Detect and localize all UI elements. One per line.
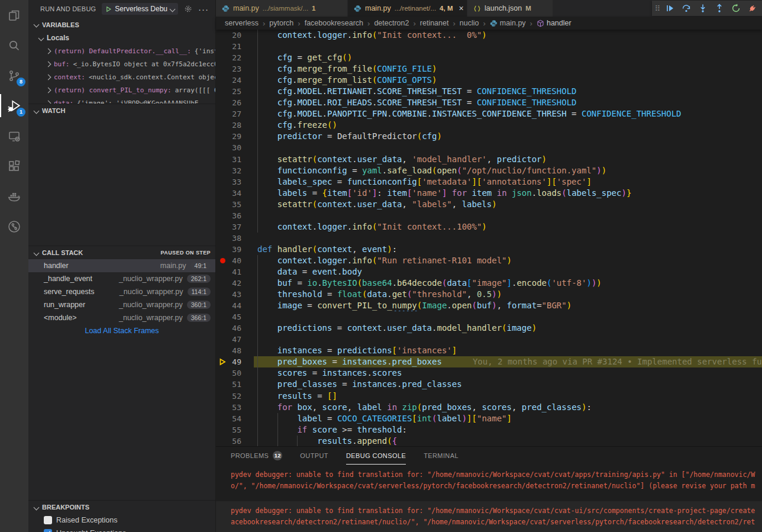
toolbar-drag-grip[interactable]: ⠿	[654, 4, 660, 13]
gutter-glyph-margin[interactable]	[216, 97, 229, 108]
breadcrumb-item[interactable]: main.py	[490, 19, 526, 27]
code-content[interactable]	[254, 233, 762, 244]
code-line[interactable]: 27 cfg.MODEL.PANOPTIC_FPN.COMBINE.INSTAN…	[216, 108, 762, 120]
activitybar-item-git-circle[interactable]	[0, 211, 28, 241]
debug-continue-button[interactable]	[663, 1, 677, 15]
chevron-right-icon[interactable]	[46, 87, 51, 93]
variable-row[interactable]: context:<nuclio_sdk.context.Context obje…	[28, 70, 215, 83]
activitybar-item-source-control[interactable]: 8	[0, 60, 28, 91]
code-content[interactable]: predictions = context.user_data.model_ha…	[254, 323, 762, 334]
breadcrumb-item[interactable]: detectron2	[374, 19, 409, 27]
code-content[interactable]: setattr(context.user_data, 'model_handle…	[254, 154, 762, 165]
code-line[interactable]: 39def handler(context, event):	[216, 244, 762, 255]
gutter-glyph-margin[interactable]	[216, 75, 229, 86]
gutter-glyph-margin[interactable]	[216, 436, 229, 446]
code-line[interactable]: 40 context.logger.info("Run retinanet-R1…	[216, 255, 762, 266]
debug-launch-config-picker[interactable]: Serverless Debu	[102, 3, 178, 15]
gutter-glyph-margin[interactable]	[216, 424, 229, 436]
code-content[interactable]: cfg.MODEL.ROI_HEADS.SCORE_THRESH_TEST = …	[254, 97, 762, 108]
gutter-glyph-margin[interactable]	[216, 176, 229, 188]
call-stack-header[interactable]: CALL STACK PAUSED ON STEP	[28, 246, 215, 259]
gutter-glyph-margin[interactable]	[216, 154, 229, 165]
gutter-glyph-margin[interactable]	[216, 278, 229, 289]
gutter-glyph-margin[interactable]	[216, 266, 229, 278]
code-line[interactable]: 34 labels = {item['id']: item['name'] fo…	[216, 188, 762, 199]
code-line[interactable]: 50 scores = instances.scores	[216, 367, 762, 379]
code-line[interactable]: 48 instances = predictions['instances']	[216, 345, 762, 356]
more-actions-icon[interactable]: ···	[198, 4, 209, 14]
code-line[interactable]: 43 threshold = float(data.get("threshold…	[216, 289, 762, 300]
load-all-stack-frames-link[interactable]: Load All Stack Frames	[28, 324, 215, 337]
code-content[interactable]: scores = instances.scores	[254, 367, 762, 379]
gutter-glyph-margin[interactable]	[216, 165, 229, 176]
activitybar-item-search[interactable]	[0, 30, 28, 60]
code-content[interactable]: cfg.merge_from_list(CONFIG_OPTS)	[254, 75, 762, 86]
code-content[interactable]: def handler(context, event):	[254, 244, 762, 255]
activitybar-item-extensions[interactable]	[0, 151, 28, 181]
code-line[interactable]: 26 cfg.MODEL.ROI_HEADS.SCORE_THRESH_TEST…	[216, 97, 762, 108]
code-content[interactable]: data = event.body	[254, 266, 762, 278]
code-content[interactable]: context.logger.info("Init context...100%…	[254, 221, 762, 233]
console-message[interactable]: pydev debugger: unable to find translati…	[216, 465, 762, 494]
code-line[interactable]: 37 context.logger.info("Init context...1…	[216, 221, 762, 233]
editor-tab-launchjson[interactable]: launch.jsonM	[467, 0, 553, 17]
code-line[interactable]: 44 image = convert_PIL_to_numpy(Image.op…	[216, 300, 762, 311]
variable-row[interactable]: (return) DefaultPredictor.__call__:{'ins…	[28, 44, 215, 57]
checkbox-checked[interactable]	[44, 529, 52, 532]
stack-frame-row[interactable]: run_wrapper_nuclio_wrapper.py360:1	[28, 298, 215, 311]
code-content[interactable]: threshold = float(data.get("threshold", …	[254, 289, 762, 300]
gutter-glyph-margin[interactable]	[216, 391, 229, 402]
code-line[interactable]: 30	[216, 142, 762, 153]
code-content[interactable]: cfg.merge_from_file(CONFIG_FILE)	[254, 63, 762, 75]
code-line[interactable]: 52 results = []	[216, 391, 762, 402]
code-line[interactable]: 38	[216, 233, 762, 244]
gutter-glyph-margin[interactable]	[216, 221, 229, 233]
debug-step-into-button[interactable]	[696, 1, 710, 15]
code-content[interactable]: cfg.MODEL.RETINANET.SCORE_THRESH_TEST = …	[254, 86, 762, 97]
code-line[interactable]: 53 for box, score, label in zip(pred_box…	[216, 402, 762, 413]
start-debug-icon[interactable]	[105, 6, 112, 12]
breadcrumb-item[interactable]: retinanet	[420, 19, 449, 27]
breakpoint-icon[interactable]	[220, 258, 225, 263]
debug-restart-button[interactable]	[729, 1, 743, 15]
code-line[interactable]: 25 cfg.MODEL.RETINANET.SCORE_THRESH_TEST…	[216, 86, 762, 97]
code-editor[interactable]: 20 context.logger.info("Init context... …	[216, 30, 762, 446]
gutter-glyph-margin[interactable]	[216, 367, 229, 379]
gutter-glyph-margin[interactable]	[216, 323, 229, 334]
debug-step-over-button[interactable]	[679, 1, 693, 15]
code-line[interactable]: 24 cfg.merge_from_list(CONFIG_OPTS)	[216, 75, 762, 86]
variable-row[interactable]: (return) convert_PIL_to_numpy:array([[[ …	[28, 83, 215, 96]
gutter-glyph-margin[interactable]	[216, 413, 229, 424]
stack-frame-row[interactable]: serve_requests_nuclio_wrapper.py114:1	[28, 285, 215, 298]
code-content[interactable]: labels = {item['id']: item['name'] for i…	[254, 188, 762, 199]
breadcrumb-item[interactable]: handler	[537, 19, 572, 27]
gutter-glyph-margin[interactable]	[216, 120, 229, 131]
scope-locals[interactable]: Locals	[28, 31, 215, 44]
code-content[interactable]: predictor = DefaultPredictor(cfg)	[254, 131, 762, 142]
code-line[interactable]: 33 labels_spec = functionconfig['metadat…	[216, 176, 762, 188]
watch-header[interactable]: WATCH	[28, 104, 215, 117]
code-content[interactable]: image = convert_PIL_to_numpy(Image.open(…	[254, 300, 762, 311]
code-content[interactable]: labels_spec = functionconfig['metadata']…	[254, 176, 762, 188]
panel-tab-output[interactable]: OUTPUT	[300, 447, 328, 465]
launch-config-name[interactable]: Serverless Debu	[115, 5, 167, 13]
gutter-glyph-margin[interactable]	[216, 86, 229, 97]
code-line[interactable]: 42 buf = io.BytesIO(base64.b64decode(dat…	[216, 278, 762, 289]
code-content[interactable]: for box, score, label in zip(pred_boxes,…	[254, 402, 762, 413]
variable-row[interactable]: buf:<_io.BytesIO object at 0x7f5a2dc1ecc…	[28, 57, 215, 70]
gutter-glyph-margin[interactable]	[216, 131, 229, 142]
code-content[interactable]: results.append({	[254, 436, 762, 446]
breadcrumb-item[interactable]: pytorch	[269, 19, 293, 27]
console-message[interactable]: pydev debugger: unable to find translati…	[216, 501, 762, 532]
gutter-glyph-margin[interactable]	[216, 345, 229, 356]
gutter-glyph-margin[interactable]	[216, 289, 229, 300]
code-line[interactable]: 32 functionconfig = yaml.safe_load(open(…	[216, 165, 762, 176]
panel-tab-debug-console[interactable]: DEBUG CONSOLE	[346, 447, 406, 465]
debug-step-out-button[interactable]	[712, 1, 727, 15]
code-line[interactable]: 46 predictions = context.user_data.model…	[216, 323, 762, 334]
gutter-glyph-margin[interactable]	[216, 52, 229, 63]
debug-settings-gear-icon[interactable]	[184, 5, 192, 13]
code-content[interactable]	[254, 210, 762, 221]
code-content[interactable]: functionconfig = yaml.safe_load(open("/o…	[254, 165, 762, 176]
activitybar-item-remote-explorer[interactable]	[0, 121, 28, 151]
